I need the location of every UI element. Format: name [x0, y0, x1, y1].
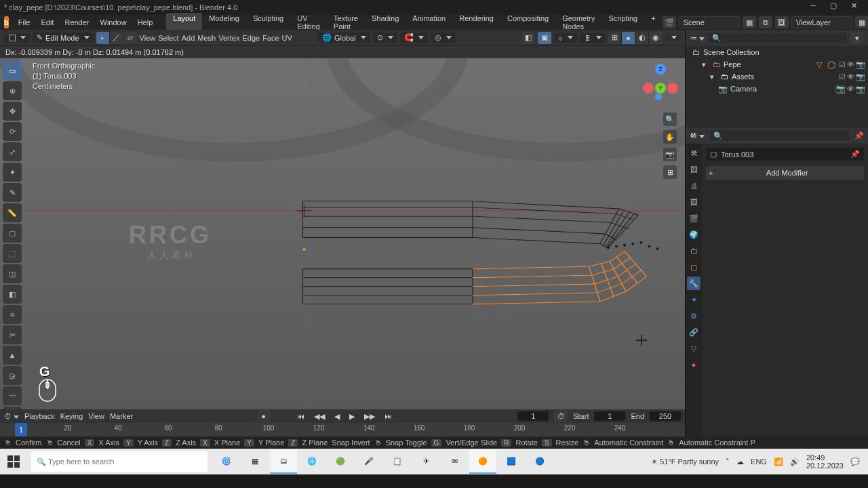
taskbar-explorer[interactable]: 🗂 — [270, 449, 297, 474]
timeline-editor-dropdown[interactable]: ⏱ — [4, 412, 19, 420]
tool-loopcut[interactable]: ⌗ — [3, 305, 22, 324]
shading-matprev-button[interactable]: ◐ — [635, 32, 649, 44]
tool-smooth[interactable]: 〰 — [3, 386, 22, 405]
tool-scale[interactable]: ⤢ — [3, 142, 22, 161]
prop-tab-constraints[interactable]: 🔗 — [687, 325, 701, 339]
tab-geometry-nodes[interactable]: Geometry Nodes — [555, 13, 601, 32]
perspective-widget-icon[interactable]: ⊞ — [663, 165, 677, 179]
jump-keyframe-next-button[interactable]: ▶▶ — [362, 412, 377, 421]
disable-toggle[interactable]: 📷 — [856, 60, 865, 69]
menu-view3d-view[interactable]: View — [140, 34, 156, 42]
prop-tab-data[interactable]: ▽ — [687, 342, 701, 355]
tray-volume-icon[interactable]: 🔊 — [790, 458, 800, 466]
tool-move[interactable]: ✥ — [3, 102, 22, 121]
tab-uv-editing[interactable]: UV Editing — [290, 13, 327, 32]
hide-toggle[interactable]: 👁 — [847, 73, 854, 81]
taskbar-telegram[interactable]: ✈ — [412, 449, 439, 474]
prop-tab-material[interactable]: ● — [687, 358, 701, 371]
hide-toggle[interactable]: 👁 — [847, 85, 854, 94]
prop-tab-modifiers[interactable]: 🔧 — [687, 277, 701, 290]
menu-view3d-uv[interactable]: UV — [282, 34, 292, 42]
tool-measure[interactable]: 📏 — [3, 203, 22, 222]
end-frame-field[interactable]: 250 — [650, 411, 681, 421]
taskbar-chrome[interactable]: 🟢 — [327, 449, 354, 474]
properties-pin-icon[interactable]: 📌 — [854, 131, 864, 140]
editor-type-dropdown[interactable]: 🞎 — [4, 33, 30, 43]
outliner-pepe-collection[interactable]: ▾ 🗀 Pepe ▽ ◯ ☑👁📷 — [686, 58, 868, 70]
prop-tab-collection[interactable]: 🗀 — [687, 244, 701, 258]
menu-view3d-mesh[interactable]: Mesh — [197, 34, 216, 42]
prop-tab-physics[interactable]: ⚙ — [687, 309, 701, 323]
scene-browse-icon[interactable]: 🎬 — [663, 16, 676, 28]
proportional-dropdown[interactable]: ◎ — [431, 33, 456, 43]
preview-range-toggle[interactable]: ⏱ — [554, 410, 568, 422]
prop-tab-output[interactable]: 🖨 — [687, 179, 701, 192]
start-frame-field[interactable]: 1 — [594, 411, 625, 421]
scene-new-button[interactable]: ▦ — [743, 16, 756, 28]
outliner-scene-collection[interactable]: 🗀 Scene Collection — [686, 46, 868, 58]
outliner-assets-collection[interactable]: ▾ 🗀 Assets ☑👁📷 — [686, 70, 868, 83]
xray-toggle-button[interactable]: ▣ — [538, 32, 551, 44]
tool-inset[interactable]: ◫ — [3, 264, 22, 283]
exclude-toggle[interactable]: ☑ — [839, 73, 846, 81]
tool-more[interactable]: ⋯ — [3, 407, 22, 409]
menu-view3d-edge[interactable]: Edge — [242, 34, 260, 42]
tool-annotate[interactable]: ✎ — [3, 183, 22, 202]
tab-sculpting[interactable]: Sculpting — [246, 13, 290, 32]
menu-render[interactable]: Render — [59, 18, 94, 26]
prop-tab-world[interactable]: 🌍 — [687, 228, 701, 241]
taskbar-app-notes[interactable]: 📋 — [384, 449, 411, 474]
disable-toggle[interactable]: 📷 — [856, 85, 865, 94]
gizmo-x-icon[interactable] — [667, 83, 678, 94]
taskbar-app-1[interactable]: 🌀 — [213, 449, 240, 474]
orientation-dropdown[interactable]: 🌐 Global — [318, 33, 370, 43]
menu-view3d-add[interactable]: Add — [182, 34, 195, 42]
current-frame-field[interactable]: 1 — [517, 411, 549, 421]
tool-spin[interactable]: ◶ — [3, 366, 22, 385]
tab-modeling[interactable]: Modeling — [202, 13, 246, 32]
chevron-down-icon[interactable]: ▾ — [707, 73, 717, 81]
select-vertex-button[interactable]: ▪ — [96, 32, 110, 44]
taskbar-edge[interactable]: 🌐 — [298, 449, 326, 474]
datablock-pin-icon[interactable]: 📌 — [850, 150, 860, 159]
jump-keyframe-prev-button[interactable]: ◀◀ — [312, 412, 327, 421]
select-face-button[interactable]: ▱ — [123, 32, 137, 44]
viewlayer-browse-icon[interactable]: 🖼 — [775, 16, 789, 28]
tool-cursor[interactable]: ⊕ — [3, 81, 22, 100]
shading-rendered-button[interactable]: ◉ — [649, 32, 663, 44]
add-modifier-button[interactable]: + Add Modifier — [706, 166, 864, 180]
tab-layout[interactable]: Layout — [166, 13, 202, 32]
autokey-toggle[interactable]: ● — [257, 410, 271, 422]
tray-wifi-icon[interactable]: 📶 — [774, 458, 783, 466]
outliner-search[interactable]: 🔍 — [707, 32, 848, 44]
tray-notifications-icon[interactable]: 💬 — [850, 458, 860, 466]
weather-widget[interactable]: ☀ 51°F Partly sunny — [651, 458, 719, 466]
properties-editor-dropdown[interactable]: 🛠 — [690, 131, 705, 140]
tool-extrude[interactable]: ⬚ — [3, 244, 22, 263]
properties-datablock[interactable]: ▢ Torus.003 📌 — [706, 148, 864, 161]
tab-animation[interactable]: Animation — [406, 13, 452, 32]
exclude-toggle[interactable]: ☑ — [839, 60, 846, 69]
outliner-editor-dropdown[interactable]: ≔ — [690, 34, 705, 43]
maximize-button[interactable]: ▢ — [823, 1, 844, 14]
mesh-visibility-button[interactable]: ◧ — [521, 32, 535, 44]
shading-wireframe-button[interactable]: ⊞ — [608, 32, 622, 44]
jump-start-button[interactable]: ⏮ — [295, 412, 307, 420]
gizmo-neg-z-icon[interactable] — [655, 94, 662, 100]
prop-tab-viewlayer[interactable]: 🖼 — [687, 195, 701, 209]
gizmo-y-icon[interactable]: Y — [655, 83, 666, 94]
menu-view3d-face[interactable]: Face — [262, 34, 279, 42]
taskbar-search[interactable]: 🔍 Type here to search — [31, 451, 208, 472]
scene-field[interactable]: Scene — [679, 16, 740, 28]
tab-texture-paint[interactable]: Texture Paint — [327, 13, 365, 32]
tool-rotate[interactable]: ⟳ — [3, 122, 22, 141]
navigation-gizmo[interactable]: Y Z — [643, 64, 678, 99]
outliner[interactable]: 🗀 Scene Collection ▾ 🗀 Pepe ▽ ◯ ☑👁📷 ▾ 🗀 … — [686, 46, 868, 127]
tab-rendering[interactable]: Rendering — [452, 13, 500, 32]
tray-cloud-icon[interactable]: ☁ — [736, 458, 744, 466]
shading-options-dropdown[interactable] — [665, 35, 681, 40]
timeline-playback-menu[interactable]: Playback — [24, 412, 55, 420]
menu-edit[interactable]: Edit — [35, 18, 59, 26]
tool-select-box[interactable]: ▭ — [3, 61, 22, 80]
viewport-3d[interactable]: ▭ ⊕ ✥ ⟳ ⤢ ✦ ✎ 📏 ▢ ⬚ ◫ ◧ ⌗ ✂ ▲ ◶ 〰 ⋯ — [0, 58, 685, 409]
